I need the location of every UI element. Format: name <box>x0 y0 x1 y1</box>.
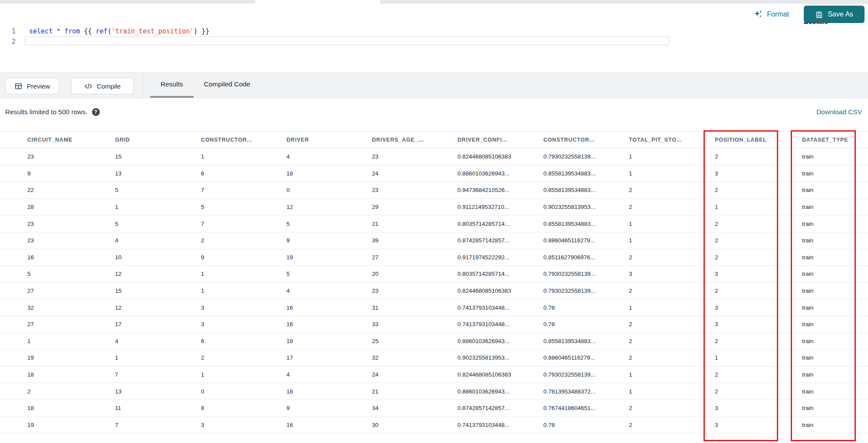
table-cell: 15 <box>88 149 174 165</box>
table-cell: 3 <box>174 316 259 333</box>
format-button[interactable]: Format <box>753 10 789 19</box>
table-cell: 18 <box>259 333 345 350</box>
table-cell: 4 <box>88 333 174 350</box>
table-cell: 13 <box>88 165 174 182</box>
table-cell: 0.9473684210526... <box>430 182 516 199</box>
table-cell: 12 <box>88 266 174 283</box>
results-tabs: Results Compiled Code <box>150 73 261 98</box>
table-cell: 0.7930232558139... <box>516 282 602 299</box>
table-cell: 0.7930232558139... <box>516 149 602 165</box>
table-cell: 0.8035714285714... <box>430 266 516 283</box>
line-number: 2 <box>3 37 16 46</box>
table-cell: 1 <box>687 350 775 367</box>
table-cell: 9 <box>259 232 345 249</box>
editor-cursor-line[interactable] <box>25 36 669 45</box>
table-cell: 0.7930232558139... <box>516 266 602 283</box>
table-cell: 0.824468085106383 <box>430 282 516 299</box>
table-cell: 16 <box>259 316 345 333</box>
column-header[interactable]: POSITION_LABEL <box>687 132 775 149</box>
table-cell: 0 <box>259 182 345 199</box>
tab-results[interactable]: Results <box>150 73 194 98</box>
table-cell: 2 <box>174 232 259 249</box>
table-cell: 2 <box>687 282 775 299</box>
table-cell: 7 <box>174 182 259 199</box>
table-cell: 5 <box>259 266 345 283</box>
table-cell: 31 <box>345 299 430 316</box>
column-header[interactable]: DRIVER <box>259 132 345 149</box>
active-file-tab[interactable] <box>255 0 381 3</box>
table-row: 181189340.8742857142857...0.767441860465… <box>0 400 868 417</box>
table-cell: 0.9023255813953... <box>516 198 602 215</box>
table-cell: 2 <box>687 182 775 199</box>
compile-label: Compile <box>97 83 121 90</box>
help-icon[interactable]: ? <box>92 108 100 116</box>
table-cell: 2 <box>602 350 687 367</box>
code-line[interactable]: select * from {{ ref('train_test_positio… <box>29 27 209 36</box>
column-header[interactable]: TOTAL_PIT_STO... <box>602 132 687 149</box>
results-table: CIRCUIT_NAMEGRIDCONSTRUCTOR...DRIVERDRIV… <box>0 131 868 433</box>
table-cell: 18 <box>259 383 345 400</box>
table-cell: 2 <box>0 383 88 400</box>
table-row: 3212316310.7413793103448...0.7813train <box>0 299 868 316</box>
code-editor[interactable]: 1 2 select * from {{ ref('train_test_pos… <box>0 3 868 72</box>
column-header[interactable]: CIRCUIT_NAME <box>0 132 88 149</box>
table-cell: 18 <box>0 400 88 417</box>
minimap-mark <box>825 23 828 24</box>
table-cell: 16 <box>259 417 345 433</box>
compile-button[interactable]: Compile <box>71 78 134 94</box>
table-cell: 1 <box>602 299 687 316</box>
table-cell: 1 <box>174 366 259 383</box>
table-cell: 9 <box>0 165 88 182</box>
table-cell: 0.7930232558139... <box>516 366 602 383</box>
table-cell: 12 <box>259 198 345 215</box>
minimap-mark <box>804 23 808 24</box>
table-cell: 4 <box>259 366 345 383</box>
table-cell: 20 <box>345 266 430 283</box>
table-cell: train <box>775 350 868 367</box>
table-cell: 18 <box>0 366 88 383</box>
preview-button[interactable]: Preview <box>5 78 59 94</box>
table-cell: 16 <box>0 249 88 266</box>
table-cell: 3 <box>687 316 775 333</box>
table-cell: 3 <box>174 299 259 316</box>
minimap-mark <box>816 23 824 24</box>
table-cell: 1 <box>602 165 687 182</box>
table-cell: 7 <box>88 417 174 433</box>
table-cell: 21 <box>345 215 430 232</box>
table-cell: 34 <box>345 400 430 417</box>
download-csv-link[interactable]: Download CSV <box>816 108 862 116</box>
table-cell: 17 <box>259 350 345 367</box>
table-cell: train <box>775 282 868 299</box>
column-header[interactable]: CONSTRUCTOR... <box>516 132 602 149</box>
table-cell: 33 <box>345 316 430 333</box>
table-cell: 0.8860465116279... <box>516 350 602 367</box>
editor-minimap[interactable] <box>804 22 829 24</box>
column-header[interactable]: DRIVER_CONFI... <box>430 132 516 149</box>
table-cell: 23 <box>0 232 88 249</box>
table-cell: 5 <box>174 198 259 215</box>
table-cell: 0.824468085106383 <box>430 366 516 383</box>
table-cell: 23 <box>345 282 430 299</box>
column-header[interactable]: GRID <box>88 132 174 149</box>
table-cell: 7 <box>88 366 174 383</box>
table-row: 18714240.8244680851063830.7930232558139.… <box>0 366 868 383</box>
table-cell: 0.7413793103448... <box>430 316 516 333</box>
code-token-plain <box>60 27 64 35</box>
table-row: 23575210.8035714285714...0.8558139534883… <box>0 215 868 232</box>
table-cell: train <box>775 149 868 165</box>
table-cell: 18 <box>259 165 345 182</box>
actions-toolbar: Preview Compile Results Compiled Code <box>0 72 868 98</box>
table-cell: 5 <box>259 215 345 232</box>
table-cell: 3 <box>602 266 687 283</box>
code-token-plain: {{ <box>80 27 95 35</box>
table-cell: train <box>775 299 868 316</box>
table-row: 197316300.7413793103448...0.7823train <box>0 417 868 433</box>
column-header[interactable]: DRIVERS_AGE_... <box>345 132 430 149</box>
column-header[interactable]: DATASET_TYPE <box>775 132 868 149</box>
tab-compiled-code[interactable]: Compiled Code <box>194 73 261 98</box>
column-header[interactable]: CONSTRUCTOR... <box>174 132 259 149</box>
table-cell: 2 <box>687 366 775 383</box>
table-cell: train <box>775 232 868 249</box>
table-cell: 0.8860103626943... <box>430 165 516 182</box>
save-as-button[interactable]: Save As <box>804 6 865 23</box>
